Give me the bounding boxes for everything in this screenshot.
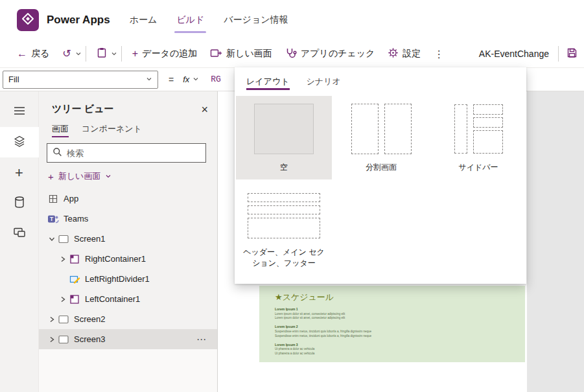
rail-media-button[interactable] [0,218,39,249]
back-button[interactable]: ← 戻る [17,48,49,60]
paste-button[interactable] [97,47,117,60]
tree-item-leftcontainer1[interactable]: LeftContainer1 [39,289,217,309]
schedule-item-title: Lorem Ipsum 2 [275,324,516,330]
rail-menu-button[interactable] [0,97,39,127]
tree-item-app[interactable]: App [39,189,217,209]
tree-item-label: Teams [64,214,212,224]
fx-label: fx [183,75,189,84]
container-icon [68,294,81,305]
layout-option-split-screen[interactable]: 分割画面 [333,96,429,179]
toolbar-divider [86,46,86,62]
nav-version-info[interactable]: バージョン情報 [224,14,288,26]
database-icon [14,196,25,211]
undo-dropdown-chevron-icon[interactable] [75,49,82,59]
tree-item-list: App T Teams Screen1 RightContainer1 Left… [39,189,217,349]
layout-option-label: サイドバー [458,162,498,179]
close-icon[interactable]: × [201,104,208,115]
chevron-down-icon[interactable] [47,234,57,244]
stethoscope-icon [285,47,297,60]
tab-scenario[interactable]: シナリオ [307,76,341,95]
layout-option-sidebar[interactable]: サイドバー [430,96,526,179]
more-commands-button[interactable]: ⋮ [434,48,444,60]
back-arrow-icon: ← [17,49,27,59]
new-screen-button[interactable]: 新しい画面 [210,48,272,60]
chevron-right-icon[interactable] [58,254,68,264]
tree-item-label: LeftContainer1 [85,294,212,304]
power-apps-logo[interactable] [17,9,39,31]
fx-dropdown[interactable]: fx [183,75,199,84]
tree-item-label: RightContainer1 [85,254,212,264]
schedule-item-line: Suspendisse enim metus, tincidunt quis l… [275,330,516,334]
add-data-label: データの追加 [142,48,197,60]
layout-option-header-main-footer[interactable]: ヘッダー、メイン セクション、フッター [236,185,332,275]
media-icon [14,227,25,240]
tree-view-panel: ツリー ビュー × 画面 コンポーネント + 新しい画面 App [39,91,218,392]
popup-tabs: レイアウト シナリオ [235,67,526,95]
layout-option-blank[interactable]: 空 [236,96,332,179]
divider-icon [68,273,81,285]
chevron-right-icon[interactable] [47,334,57,345]
tree-item-screen2[interactable]: Screen2 [39,309,217,329]
top-nav: ホーム ビルド バージョン情報 [130,14,288,26]
more-vertical-icon: ⋮ [434,48,444,60]
tree-item-screen1[interactable]: Screen1 [39,229,217,249]
schedule-item-line: Lorem ipsum dolor sit amet, consectetur … [275,312,516,317]
rail-insert-button[interactable]: + [0,157,39,188]
tab-screens[interactable]: 画面 [52,123,69,141]
layout-option-label: 空 [280,162,288,179]
paste-dropdown-chevron-icon[interactable] [111,49,117,59]
tree-item-rightcontainer1[interactable]: RightContainer1 [39,249,217,269]
canvas-margin [527,91,584,392]
property-selector[interactable]: Fill [3,71,158,89]
blank-layout-thumbnail [236,96,332,162]
app-title: Power Apps [47,14,110,27]
rail-data-button[interactable] [0,188,39,218]
plus-icon: + [15,166,23,180]
undo-button[interactable]: ↺ [62,49,81,59]
search-input[interactable] [67,148,200,158]
tab-components[interactable]: コンポーネント [82,123,142,141]
new-screen-label: 新しい画面 [226,48,272,60]
toolbar-divider [558,46,559,62]
command-bar: ← 戻る ↺ + データの追加 新しい画面 アプリのチェック 設定 [0,40,584,67]
layout-option-label: ヘッダー、メイン セクション、フッター [242,247,326,275]
property-value: Fill [8,75,146,84]
screen-icon [57,314,70,325]
nav-build[interactable]: ビルド [176,14,204,26]
schedule-item: Lorem Ipsum 3 Ut pharetra a dolor ac veh… [275,342,516,356]
tree-item-teams[interactable]: T Teams [39,209,217,229]
new-screen-icon [210,48,222,60]
formula-input[interactable]: RG [211,75,221,84]
container-icon [68,253,81,265]
schedule-item-title: Lorem Ipsum 1 [275,306,516,312]
app-checker-button[interactable]: アプリのチェック [285,47,375,60]
save-icon [566,47,578,60]
save-button[interactable] [566,47,578,60]
property-chevron-icon [146,75,152,84]
settings-label: 設定 [403,48,421,60]
tree-item-leftrightdivider1[interactable]: LeftRightDivider1 [39,269,217,289]
settings-button[interactable]: 設定 [388,47,421,60]
nav-home[interactable]: ホーム [130,14,158,26]
toolbar-divider [121,46,122,62]
gear-icon [388,47,399,60]
tree-item-label: Screen1 [74,234,212,244]
tab-layout[interactable]: レイアウト [246,76,290,95]
schedule-item-title: Lorem Ipsum 3 [275,342,516,348]
schedule-section[interactable]: ★スケジュール Lorem Ipsum 1 Lorem ipsum dolor … [259,286,525,362]
app-header: Power Apps ホーム ビルド バージョン情報 [0,0,584,40]
new-screen-menu-button[interactable]: + 新しい画面 [39,163,217,189]
tree-view-header-area: ツリー ビュー × 画面 コンポーネント + 新しい画面 [39,91,217,189]
search-icon [53,147,62,159]
chevron-right-icon[interactable] [58,294,68,305]
chevron-right-icon[interactable] [47,314,57,325]
sidebar-thumbnail [430,96,526,162]
item-more-icon[interactable]: ⋯ [196,334,212,345]
layout-option-label: 分割画面 [366,162,397,179]
add-data-button[interactable]: + データの追加 [132,48,197,60]
app-grid-icon [47,193,60,205]
rail-tree-view-button[interactable] [0,127,39,157]
tree-item-screen3[interactable]: Screen3 ⋯ [39,329,217,349]
undo-icon: ↺ [62,49,71,59]
equals-sign: = [169,75,174,85]
